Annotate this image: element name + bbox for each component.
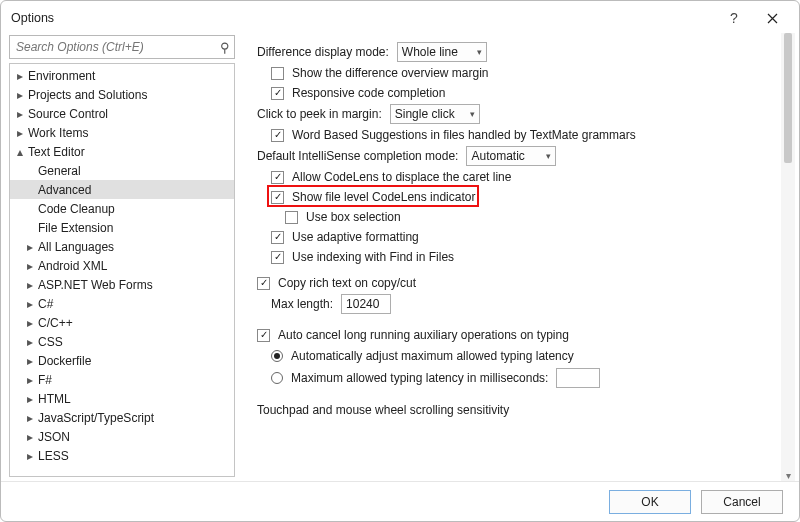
diff-mode-row: Difference display mode: Whole line ▾	[257, 41, 777, 63]
tree-item-label: CSS	[38, 335, 63, 349]
tree-item[interactable]: ▸C/C++	[10, 313, 234, 332]
search-box[interactable]: ⚲	[9, 35, 235, 59]
max-length-field[interactable]: 10240	[341, 294, 391, 314]
search-icon: ⚲	[220, 40, 230, 55]
use-adaptive-fmt-row[interactable]: Use adaptive formatting	[271, 227, 777, 247]
radio-max-latency[interactable]	[271, 372, 283, 384]
chevron-right-icon[interactable]: ▸	[24, 260, 36, 272]
close-button[interactable]	[753, 5, 791, 31]
search-input[interactable]	[14, 39, 220, 55]
tree-item[interactable]: ▸LESS	[10, 446, 234, 465]
chevron-right-icon[interactable]: ▸	[14, 108, 26, 120]
responsive-completion-checkbox[interactable]	[271, 87, 284, 100]
click-peek-dropdown[interactable]: Single click ▾	[390, 104, 480, 124]
use-box-selection-label: Use box selection	[306, 210, 401, 224]
left-pane: ⚲ ▸Environment▸Projects and Solutions▸So…	[1, 31, 241, 483]
chevron-right-icon[interactable]: ▸	[24, 279, 36, 291]
chevron-right-icon[interactable]: ▸	[14, 127, 26, 139]
allow-codelens-row[interactable]: Allow CodeLens to displace the caret lin…	[271, 167, 777, 187]
tree-item[interactable]: File Extension	[10, 218, 234, 237]
chevron-right-icon[interactable]: ▸	[24, 317, 36, 329]
show-diff-overview-row[interactable]: Show the difference overview margin	[271, 63, 777, 83]
scroll-down-icon[interactable]: ▾	[781, 470, 795, 481]
tree-item[interactable]: ▸HTML	[10, 389, 234, 408]
chevron-right-icon[interactable]: ▸	[24, 241, 36, 253]
tree-item[interactable]: General	[10, 161, 234, 180]
max-latency-field[interactable]	[556, 368, 600, 388]
chevron-right-icon[interactable]: ▸	[24, 412, 36, 424]
copy-rich-text-checkbox[interactable]	[257, 277, 270, 290]
use-adaptive-fmt-checkbox[interactable]	[271, 231, 284, 244]
tree-item-label: Dockerfile	[38, 354, 91, 368]
tree-item[interactable]: ▸All Languages	[10, 237, 234, 256]
word-based-checkbox[interactable]	[271, 129, 284, 142]
max-length-label: Max length:	[271, 297, 333, 311]
radio-auto-adjust-label: Automatically adjust maximum allowed typ…	[291, 349, 574, 363]
tree-item[interactable]: ▸ASP.NET Web Forms	[10, 275, 234, 294]
allow-codelens-checkbox[interactable]	[271, 171, 284, 184]
copy-rich-text-row[interactable]: Copy rich text on copy/cut	[257, 273, 777, 293]
use-box-selection-checkbox[interactable]	[285, 211, 298, 224]
click-peek-row: Click to peek in margin: Single click ▾	[257, 103, 777, 125]
use-indexing-fif-row[interactable]: Use indexing with Find in Files	[271, 247, 777, 267]
tree-item[interactable]: ▸Dockerfile	[10, 351, 234, 370]
diff-mode-dropdown[interactable]: Whole line ▾	[397, 42, 487, 62]
chevron-right-icon[interactable]: ▸	[24, 336, 36, 348]
radio-max-latency-row[interactable]: Maximum allowed typing latency in millis…	[271, 367, 777, 389]
show-file-codelens-checkbox[interactable]	[271, 191, 284, 204]
tree-item[interactable]: ▸Environment	[10, 66, 234, 85]
radio-max-latency-label: Maximum allowed typing latency in millis…	[291, 371, 548, 385]
show-file-codelens-row[interactable]: Show file level CodeLens indicator	[271, 187, 777, 207]
word-based-row[interactable]: Word Based Suggestions in files handled …	[271, 125, 777, 145]
cancel-button[interactable]: Cancel	[701, 490, 783, 514]
touchpad-label: Touchpad and mouse wheel scrolling sensi…	[257, 403, 509, 417]
intellisense-dropdown[interactable]: Automatic ▾	[466, 146, 556, 166]
tree-item[interactable]: Code Cleanup	[10, 199, 234, 218]
tree-item[interactable]: ▸Source Control	[10, 104, 234, 123]
ok-button[interactable]: OK	[609, 490, 691, 514]
show-diff-overview-checkbox[interactable]	[271, 67, 284, 80]
use-adaptive-fmt-label: Use adaptive formatting	[292, 230, 419, 244]
chevron-down-icon: ▾	[477, 47, 482, 57]
options-tree[interactable]: ▸Environment▸Projects and Solutions▸Sour…	[10, 64, 234, 476]
titlebar: Options ?	[1, 1, 799, 31]
word-based-label: Word Based Suggestions in files handled …	[292, 128, 636, 142]
auto-cancel-label: Auto cancel long running auxiliary opera…	[278, 328, 569, 342]
tree-item-label: C/C++	[38, 316, 73, 330]
use-box-selection-row[interactable]: Use box selection	[285, 207, 777, 227]
tree-item-label: File Extension	[38, 221, 113, 235]
tree-item[interactable]: ▸Work Items	[10, 123, 234, 142]
tree-item[interactable]: ▴Text Editor	[10, 142, 234, 161]
settings-scrollbar[interactable]: ▾	[781, 33, 795, 481]
chevron-right-icon[interactable]: ▸	[24, 374, 36, 386]
responsive-completion-row[interactable]: Responsive code completion	[271, 83, 777, 103]
help-button[interactable]: ?	[715, 5, 753, 31]
chevron-right-icon[interactable]: ▸	[24, 431, 36, 443]
auto-cancel-row[interactable]: Auto cancel long running auxiliary opera…	[257, 325, 777, 345]
chevron-right-icon[interactable]: ▸	[24, 355, 36, 367]
tree-item[interactable]: ▸F#	[10, 370, 234, 389]
tree-item-label: General	[38, 164, 81, 178]
chevron-right-icon[interactable]: ▸	[24, 298, 36, 310]
radio-auto-adjust[interactable]	[271, 350, 283, 362]
auto-cancel-checkbox[interactable]	[257, 329, 270, 342]
tree-item[interactable]: ▸Projects and Solutions	[10, 85, 234, 104]
touchpad-row: Touchpad and mouse wheel scrolling sensi…	[257, 399, 777, 421]
tree-item-selected[interactable]: Advanced	[10, 180, 234, 199]
chevron-right-icon[interactable]: ▸	[24, 393, 36, 405]
radio-auto-adjust-row[interactable]: Automatically adjust maximum allowed typ…	[271, 345, 777, 367]
tree-item[interactable]: ▸JavaScript/TypeScript	[10, 408, 234, 427]
tree-item-label: Code Cleanup	[38, 202, 115, 216]
intellisense-row: Default IntelliSense completion mode: Au…	[257, 145, 777, 167]
use-indexing-fif-checkbox[interactable]	[271, 251, 284, 264]
tree-item[interactable]: ▸JSON	[10, 427, 234, 446]
tree-item[interactable]: ▸Android XML	[10, 256, 234, 275]
chevron-right-icon[interactable]: ▸	[24, 450, 36, 462]
chevron-right-icon[interactable]: ▸	[14, 89, 26, 101]
chevron-down-icon[interactable]: ▴	[14, 146, 26, 158]
show-diff-overview-label: Show the difference overview margin	[292, 66, 489, 80]
tree-item[interactable]: ▸CSS	[10, 332, 234, 351]
chevron-right-icon[interactable]: ▸	[14, 70, 26, 82]
tree-item[interactable]: ▸C#	[10, 294, 234, 313]
tree-item-label: All Languages	[38, 240, 114, 254]
